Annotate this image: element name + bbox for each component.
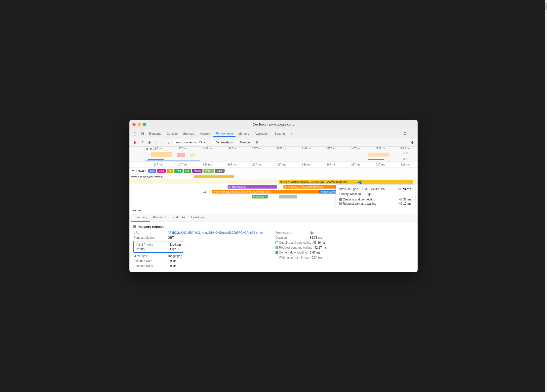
request-icon bbox=[275, 246, 278, 249]
url-value[interactable]: AF2bZyivvJ92o5BiPi0CLIHaqa5IHNOi6SrpLrbf… bbox=[168, 231, 263, 234]
filter-js[interactable]: JS bbox=[167, 169, 173, 173]
bottom-panel: Summary Bottom-Up Call Tree Event Log Ne… bbox=[129, 214, 418, 272]
bar-1-gstatic: rs=AA2YrTv0taM5qVgw38gU_15kX9WFXe5TPw (w… bbox=[279, 180, 413, 184]
priority-label: Priority bbox=[136, 247, 168, 251]
summary-grid: URL AF2bZyivvJ92o5BiPi0CLIHaqa5IHNOi6Srp… bbox=[133, 231, 414, 269]
frames-section: Frames ... bbox=[129, 207, 418, 214]
filter-img[interactable]: Img bbox=[184, 169, 191, 173]
ruler-label-4: 2487 ms bbox=[244, 147, 269, 150]
mime-value: image/jpeg bbox=[168, 254, 182, 258]
screenshots-checkbox[interactable]: Screenshots bbox=[212, 141, 233, 144]
ruler-label-7: 3987 ms bbox=[319, 147, 344, 150]
tab-bottom-up[interactable]: Bottom-Up bbox=[150, 214, 170, 222]
tooltip-priority: Priority: Medium → High bbox=[339, 192, 411, 196]
close-button[interactable] bbox=[132, 123, 136, 126]
tab-summary[interactable]: Summary bbox=[131, 214, 150, 222]
method-label: Request Method bbox=[133, 236, 166, 239]
tab-application[interactable]: Application bbox=[252, 131, 272, 136]
filter-css[interactable]: CSS bbox=[157, 169, 166, 173]
ruler-label-6: 3487 ms bbox=[294, 147, 319, 150]
filter-media[interactable]: Media bbox=[192, 169, 202, 173]
tab-performance[interactable]: Performance bbox=[213, 131, 235, 137]
cache-value: No bbox=[310, 231, 313, 234]
bottom-label-3: 187 ms bbox=[220, 163, 245, 166]
bottom-label-9: 307 ms bbox=[368, 163, 393, 166]
bar-area-0 bbox=[194, 174, 418, 179]
tab-sources[interactable]: Sources bbox=[181, 131, 196, 136]
bottom-label-6: 247 ms bbox=[294, 163, 319, 166]
content-label: Content downloading bbox=[343, 206, 371, 207]
more-options-icon[interactable]: ⋮ bbox=[409, 130, 416, 137]
waiting-icon bbox=[275, 258, 278, 258]
initial-priority-label: Initial Priority bbox=[136, 243, 168, 246]
screenshots-label: Screenshots bbox=[216, 141, 233, 144]
clear-icon[interactable]: ⊘ bbox=[146, 139, 153, 146]
upload-icon[interactable]: ↑ bbox=[158, 139, 164, 146]
tab-elements[interactable]: Elements bbox=[146, 131, 164, 136]
right-request-row: Request sent and waiting 42.17 ms bbox=[275, 246, 414, 249]
url-row: URL AF2bZyivvJ92o5BiPi0CLIHaqa5IHNOi6Srp… bbox=[133, 231, 272, 234]
tab-event-log[interactable]: Event Log bbox=[188, 214, 208, 222]
url-label: URL bbox=[133, 231, 166, 234]
ruler-label-3: 1987 ms bbox=[220, 147, 245, 150]
right-queuing-value: 43.36 ms bbox=[313, 241, 325, 244]
tab-console[interactable]: Console bbox=[164, 131, 180, 136]
settings-icon[interactable]: ⚙ bbox=[402, 130, 408, 137]
tooltip-row-2: Content downloading 0.97 ms bbox=[339, 206, 411, 207]
network-waterfall[interactable]: www.google.com/ (www.g... rs=AA2YrTv0taM… bbox=[129, 174, 418, 207]
collapse-icon[interactable]: ▼ bbox=[131, 169, 134, 173]
arrow-left-icon: ➜ bbox=[203, 190, 206, 195]
request-label: Request sent and waiting bbox=[343, 202, 376, 205]
ruler-label-9: 4987 ms bbox=[368, 147, 393, 150]
record-icon[interactable]: ⏺ bbox=[131, 139, 138, 146]
ruler-label-8: 4487 ms bbox=[343, 147, 368, 150]
bottom-label-2: 167 ms bbox=[195, 163, 220, 166]
toolbar-divider bbox=[155, 140, 156, 145]
decoded-label: Decoded Body bbox=[133, 264, 166, 268]
url-selector[interactable]: www.google.com #1 ▼ bbox=[174, 140, 208, 145]
bottom-label-8: 287 ms bbox=[343, 163, 368, 166]
bottom-label-4: 207 ms bbox=[244, 163, 269, 166]
bottom-tabs: Summary Bottom-Up Call Tree Event Log bbox=[129, 214, 418, 222]
duration-row: Duration 86.73 ms bbox=[275, 236, 414, 239]
frames-label: Frames bbox=[131, 209, 142, 212]
memory-extra-icon[interactable]: ⊞ bbox=[254, 139, 260, 146]
tab-more[interactable]: » bbox=[288, 131, 295, 136]
network-row-0[interactable]: www.google.com/ (www.g... bbox=[129, 174, 418, 179]
encoded-label: Encoded Data bbox=[133, 259, 166, 263]
cursor-icon[interactable]: ⌶ bbox=[131, 130, 138, 137]
filter-doc[interactable]: Doc bbox=[148, 169, 156, 173]
minimize-button[interactable] bbox=[138, 123, 141, 126]
tab-memory[interactable]: Memory bbox=[236, 131, 252, 136]
content-value: 0.97 ms bbox=[401, 206, 411, 207]
summary-content: Network request URL AF2bZyivvJ92o5BiPi0C… bbox=[129, 222, 418, 272]
filter-other[interactable]: Other bbox=[215, 169, 225, 173]
queuing-label: Queuing and connecting bbox=[343, 198, 375, 201]
queuing-icon bbox=[275, 241, 278, 244]
row-label-0: www.google.com/ (www.g... bbox=[129, 175, 194, 178]
capture-settings-icon[interactable]: ⚙ bbox=[409, 139, 416, 146]
timeline-ruler-top: ⏸ 48 ms 487 ms 987 ms 1487 ms 1987 ms 24… bbox=[129, 147, 418, 162]
network-row-1[interactable]: rs=AA2YrTv0taM5qVgw38gU_15kX9WFXe5TPw (w… bbox=[129, 179, 418, 184]
refresh-icon[interactable]: ↺ bbox=[139, 139, 145, 146]
filter-font[interactable]: Font bbox=[174, 169, 183, 173]
initial-priority-row: Initial Priority Medium bbox=[136, 243, 181, 246]
devtools-tab-bar: ⌶ ⊡ Elements Console Sources Network Per… bbox=[129, 129, 418, 138]
right-content-label: Content downloading bbox=[275, 251, 308, 254]
tab-call-tree[interactable]: Call Tree bbox=[170, 214, 188, 222]
bar-2a: m=cdos,hsm,jsa... bbox=[228, 185, 277, 189]
encoded-row: Encoded Data 2.9 kB bbox=[133, 259, 272, 263]
tab-network[interactable]: Network bbox=[197, 131, 213, 136]
responsive-icon[interactable]: ⊡ bbox=[139, 130, 146, 137]
priority-row: Priority High bbox=[136, 247, 181, 251]
tooltip-row-label-1: Request sent and waiting bbox=[339, 202, 376, 205]
filter-wasm[interactable]: Wasm bbox=[203, 169, 214, 173]
devtools-window: DevTools - www.google.com/ ⌶ ⊡ Elements … bbox=[129, 120, 418, 272]
network-tooltip: https://lh3.goo...FGxOA=s64-c-mo 86.73 m… bbox=[336, 184, 415, 207]
right-content-row: Content downloading 0.97 ms bbox=[275, 251, 414, 254]
maximize-button[interactable] bbox=[143, 123, 146, 126]
tab-security[interactable]: Security bbox=[272, 131, 288, 136]
ruler-bottom-labels: 127 ms 147 ms 167 ms 187 ms 207 ms 227 m… bbox=[146, 162, 418, 167]
download-icon[interactable]: ↓ bbox=[165, 139, 172, 146]
memory-checkbox[interactable]: Memory bbox=[236, 141, 251, 144]
